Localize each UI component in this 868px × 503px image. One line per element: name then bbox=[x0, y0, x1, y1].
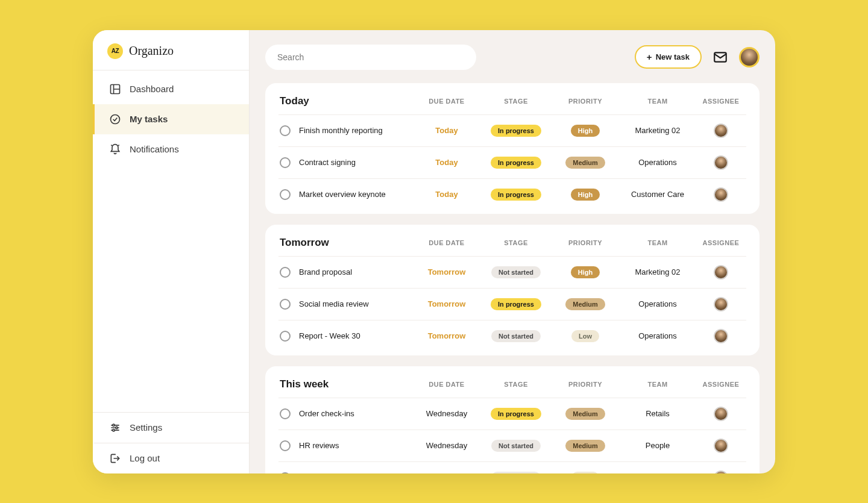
assignee-avatar[interactable] bbox=[714, 155, 728, 170]
app-frame: AZ Organizo DashboardMy tasksNotificatio… bbox=[93, 30, 775, 473]
bell-icon bbox=[109, 143, 121, 155]
task-due-date: Tomorrow bbox=[414, 331, 480, 340]
task-checkbox[interactable] bbox=[280, 440, 291, 451]
task-due-date: Tomorrow bbox=[414, 299, 480, 308]
task-name: Market overview keynote bbox=[299, 190, 386, 199]
task-due-date: Wednesday bbox=[414, 409, 480, 418]
task-stage-pill: In progress bbox=[491, 189, 541, 201]
svg-point-11 bbox=[113, 429, 115, 431]
col-header-assignee: ASSIGNEE bbox=[697, 239, 745, 246]
task-team: Customer Care bbox=[618, 190, 697, 199]
nav-item-label: Notifications bbox=[130, 144, 179, 154]
task-name: HR reviews bbox=[299, 441, 339, 450]
task-checkbox[interactable] bbox=[280, 299, 291, 310]
mail-icon[interactable] bbox=[712, 49, 728, 65]
nav-item-dashboard[interactable]: Dashboard bbox=[93, 74, 249, 104]
main: + New task Today DUE DATE STAGE PRIORITY… bbox=[250, 30, 775, 473]
nav-item-settings[interactable]: Settings bbox=[93, 413, 249, 443]
section-header: Today DUE DATE STAGE PRIORITY TEAM ASSIG… bbox=[278, 95, 746, 114]
task-checkbox[interactable] bbox=[280, 267, 291, 278]
section-tomorrow: Tomorrow DUE DATE STAGE PRIORITY TEAM AS… bbox=[265, 225, 760, 355]
section-today: Today DUE DATE STAGE PRIORITY TEAM ASSIG… bbox=[265, 83, 760, 214]
user-avatar[interactable] bbox=[739, 47, 760, 67]
task-checkbox[interactable] bbox=[280, 189, 291, 200]
col-header-stage: STAGE bbox=[480, 381, 552, 388]
task-priority-pill: Low bbox=[571, 330, 599, 342]
brand-name: Organizo bbox=[129, 44, 174, 58]
task-name: Brand proposal bbox=[299, 267, 352, 276]
task-stage-pill: In progress bbox=[491, 298, 541, 310]
col-header-priority: PRIORITY bbox=[552, 381, 618, 388]
section-this-week: This week DUE DATE STAGE PRIORITY TEAM A… bbox=[265, 366, 760, 473]
task-checkbox[interactable] bbox=[280, 157, 291, 168]
task-name: Report - Week 30 bbox=[299, 331, 360, 340]
section-title: Tomorrow bbox=[280, 237, 414, 249]
nav-item-log-out[interactable]: Log out bbox=[93, 443, 249, 473]
assignee-avatar[interactable] bbox=[714, 187, 728, 202]
settings-icon bbox=[109, 422, 121, 434]
task-due-date: Today bbox=[414, 190, 480, 199]
task-name: Finish monthly reporting bbox=[299, 126, 383, 135]
task-checkbox[interactable] bbox=[280, 125, 291, 136]
task-row[interactable]: Brand proposal Tomorrow Not started High… bbox=[278, 256, 746, 288]
task-stage-pill: Not started bbox=[491, 440, 541, 452]
task-row[interactable]: Finish monthly reporting Today In progre… bbox=[278, 114, 746, 146]
nav-item-notifications[interactable]: Notifications bbox=[93, 134, 249, 164]
col-header-stage: STAGE bbox=[480, 239, 552, 246]
task-row[interactable]: Report - Week 30 Tomorrow Not started Lo… bbox=[278, 320, 746, 352]
task-priority-pill: High bbox=[571, 189, 600, 201]
nav-primary: DashboardMy tasksNotifications bbox=[93, 70, 249, 412]
task-checkbox[interactable] bbox=[280, 408, 291, 419]
task-stage-pill: In progress bbox=[491, 125, 541, 137]
task-row[interactable]: Market overview keynote Today In progres… bbox=[278, 178, 746, 210]
task-row[interactable]: Report - Week 30 Friday Not started Low … bbox=[278, 461, 746, 473]
task-checkbox[interactable] bbox=[280, 331, 291, 342]
task-due-date: Wednesday bbox=[414, 441, 480, 450]
task-priority-pill: Medium bbox=[565, 408, 605, 420]
task-row[interactable]: Social media review Tomorrow In progress… bbox=[278, 288, 746, 320]
task-name: Contract signing bbox=[299, 158, 356, 167]
task-stage-pill: Not started bbox=[491, 330, 541, 342]
task-checkbox[interactable] bbox=[280, 472, 291, 473]
col-header-due: DUE DATE bbox=[414, 381, 480, 388]
assignee-avatar[interactable] bbox=[714, 297, 728, 311]
topbar: + New task bbox=[265, 45, 760, 70]
nav-item-label: My tasks bbox=[130, 114, 168, 124]
tasks-icon bbox=[109, 113, 121, 125]
section-title: Today bbox=[280, 95, 414, 107]
search-input[interactable] bbox=[265, 45, 476, 70]
col-header-team: TEAM bbox=[618, 381, 697, 388]
brand: AZ Organizo bbox=[93, 30, 249, 70]
section-header: This week DUE DATE STAGE PRIORITY TEAM A… bbox=[278, 378, 746, 398]
task-due-date: Today bbox=[414, 158, 480, 167]
nav-item-my-tasks[interactable]: My tasks bbox=[93, 104, 249, 134]
task-priority-pill: High bbox=[571, 125, 600, 137]
nav-item-label: Settings bbox=[130, 422, 162, 433]
task-name: Social media review bbox=[299, 299, 369, 308]
svg-point-9 bbox=[113, 424, 115, 426]
task-priority-pill: High bbox=[571, 266, 600, 278]
task-due-date: Friday bbox=[414, 473, 480, 473]
task-row[interactable]: Contract signing Today In progress Mediu… bbox=[278, 146, 746, 178]
assignee-avatar[interactable] bbox=[714, 407, 728, 421]
new-task-button[interactable]: + New task bbox=[635, 45, 702, 69]
task-name: Order check-ins bbox=[299, 409, 354, 418]
assignee-avatar[interactable] bbox=[714, 329, 728, 343]
task-team: Operations bbox=[618, 331, 697, 340]
task-stage-pill: In progress bbox=[491, 157, 541, 169]
task-row[interactable]: Order check-ins Wednesday In progress Me… bbox=[278, 398, 746, 430]
svg-point-10 bbox=[116, 426, 118, 428]
col-header-priority: PRIORITY bbox=[552, 239, 618, 246]
svg-line-5 bbox=[118, 145, 119, 146]
task-stage-pill: In progress bbox=[491, 408, 541, 420]
nav-item-label: Dashboard bbox=[130, 84, 174, 94]
task-team: People bbox=[618, 441, 697, 450]
assignee-avatar[interactable] bbox=[714, 470, 728, 473]
assignee-avatar[interactable] bbox=[714, 265, 728, 280]
task-due-date: Today bbox=[414, 126, 480, 135]
task-team: Development bbox=[618, 473, 697, 473]
assignee-avatar[interactable] bbox=[714, 439, 728, 453]
svg-point-3 bbox=[111, 114, 120, 123]
task-row[interactable]: HR reviews Wednesday Not started Medium … bbox=[278, 430, 746, 461]
assignee-avatar[interactable] bbox=[714, 123, 728, 138]
